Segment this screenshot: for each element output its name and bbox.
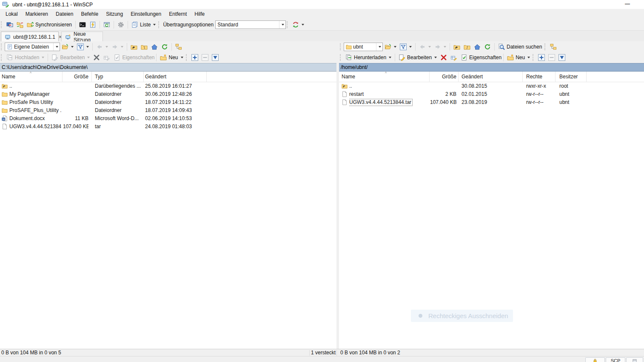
column-header-modified[interactable]: Geändert <box>462 72 483 82</box>
remote-root-directory-button[interactable]: / <box>462 43 472 51</box>
session-tab[interactable]: ubnt@192.168.1.1 × <box>1 32 59 42</box>
chevron-down-icon[interactable] <box>376 43 382 51</box>
local-drive-combobox[interactable]: Eigene Dateien <box>5 43 60 51</box>
table-row[interactable]: UGW3.v4.4.44.521384... 107.040 KB tar 24… <box>0 123 336 131</box>
table-row[interactable]: .. 30.08.2015 rwxr-xr-x root <box>339 82 644 90</box>
remote-forward-button[interactable] <box>433 43 448 51</box>
menu-einstellungen[interactable]: Einstellungen <box>127 9 165 19</box>
chevron-down-icon[interactable] <box>279 21 285 29</box>
local-new-button[interactable]: Neu <box>158 53 185 62</box>
local-select-button[interactable] <box>190 53 200 62</box>
table-row[interactable]: My PageManager Dateiordner 30.06.2019 12… <box>0 90 336 98</box>
remote-path-bar[interactable]: /home/ubnt/ <box>339 63 644 72</box>
menu-lokal[interactable]: Lokal <box>2 9 22 19</box>
remote-filter-button[interactable] <box>398 43 413 51</box>
local-properties-button[interactable] <box>112 53 122 62</box>
download-button[interactable]: Herunterladen <box>344 53 393 62</box>
remote-rename-button[interactable] <box>449 53 459 62</box>
remote-open-directory-button[interactable] <box>383 43 398 51</box>
column-header-owner[interactable]: Besitzer <box>559 72 578 82</box>
column-header-rights[interactable]: Rechte <box>526 72 542 82</box>
local-home-button[interactable] <box>149 43 160 51</box>
menu-sitzung[interactable]: Sitzung <box>102 9 127 19</box>
local-parent-directory-button[interactable] <box>129 43 139 51</box>
column-header-name[interactable]: Name <box>2 72 15 82</box>
list-style-button[interactable]: Liste <box>130 20 157 29</box>
local-forward-button[interactable] <box>110 43 125 51</box>
local-file-list[interactable]: .. Darüberliegendes ... 25.08.2019 16:01… <box>0 82 336 349</box>
chevron-down-icon[interactable] <box>53 43 60 51</box>
local-delete-button[interactable] <box>91 53 102 62</box>
snip-tooltip-overlay: Rechteckiges Ausschneiden <box>411 310 513 322</box>
local-filter-button[interactable] <box>75 43 91 51</box>
remote-new-button[interactable]: Neu <box>505 53 532 62</box>
parent-dir-icon <box>453 43 460 50</box>
menu-entfernt[interactable]: Entfernt <box>165 9 191 19</box>
synchronize-button[interactable]: Synchronisieren <box>25 20 74 29</box>
local-back-button[interactable] <box>94 43 110 51</box>
toolbar-separator <box>114 21 114 29</box>
remote-selection-filter-button[interactable] <box>557 53 567 62</box>
menu-markieren[interactable]: Markieren <box>22 9 52 19</box>
folder-icon <box>346 44 352 50</box>
remote-select-button[interactable] <box>536 53 547 62</box>
table-row[interactable]: W Dokument.docx 11 KB Microsoft Word-D..… <box>0 115 336 123</box>
documents-icon <box>7 44 13 50</box>
column-header-type[interactable]: Typ <box>95 72 103 82</box>
local-unselect-button[interactable] <box>200 53 210 62</box>
open-console-button[interactable] <box>77 20 88 29</box>
local-path-bar[interactable]: C:\Users\drach\OneDrive\Dokumente\ <box>0 63 336 72</box>
toolbar-separator <box>395 54 395 61</box>
column-header-modified[interactable]: Geändert <box>145 72 166 82</box>
remote-properties-button[interactable] <box>459 53 469 62</box>
chevron-down-icon <box>121 46 123 48</box>
new-session-tab[interactable]: Neue Sitzung <box>61 32 103 42</box>
table-row[interactable]: ProSAFE_Plus_Utility ... Dateiordner 18.… <box>0 106 336 115</box>
folder-icon <box>2 99 8 105</box>
column-header-name[interactable]: Name <box>342 72 355 82</box>
minimize-icon[interactable]: — <box>621 0 634 9</box>
upload-button[interactable]: Hochladen <box>5 53 46 62</box>
local-tree-button[interactable] <box>174 43 184 51</box>
local-new-label: Neu <box>168 55 178 60</box>
table-row[interactable]: ProSafe Plus Utility Dateiordner 18.07.2… <box>0 98 336 106</box>
refresh-session-button[interactable] <box>102 20 112 29</box>
custom-command-button[interactable] <box>88 20 98 29</box>
remote-refresh-button[interactable] <box>482 43 493 51</box>
rename-icon <box>450 54 457 61</box>
root-dir-icon: / <box>464 43 470 50</box>
local-edit-button[interactable]: Bearbeiten <box>50 53 91 62</box>
menu-hilfe[interactable]: Hilfe <box>191 9 208 19</box>
remote-home-button[interactable] <box>472 43 482 51</box>
transfer-settings-button[interactable] <box>291 20 306 29</box>
remote-drive-combobox[interactable]: ubnt <box>344 43 383 51</box>
menu-dateien[interactable]: Dateien <box>52 9 77 19</box>
remote-parent-directory-button[interactable] <box>452 43 462 51</box>
sync-folders-button[interactable] <box>15 20 25 29</box>
remote-tree-button[interactable] <box>548 43 559 51</box>
remote-back-button[interactable] <box>417 43 433 51</box>
transfer-preset-combobox[interactable]: Standard <box>215 20 286 29</box>
local-properties-label[interactable]: Eigenschaften <box>122 55 154 60</box>
column-header-size[interactable]: Größe <box>63 72 88 82</box>
local-selection-filter-button[interactable] <box>210 53 220 62</box>
local-root-directory-button[interactable]: \ <box>139 43 149 51</box>
remote-edit-button[interactable]: Bearbeiten <box>397 53 439 62</box>
local-rename-button[interactable] <box>102 53 112 62</box>
local-open-directory-button[interactable] <box>60 43 75 51</box>
local-refresh-button[interactable] <box>160 43 170 51</box>
find-files-button[interactable]: Dateien suchen <box>496 43 544 51</box>
preferences-button[interactable] <box>116 20 126 29</box>
menu-befehle[interactable]: Befehle <box>77 9 102 19</box>
new-session-icon <box>65 34 71 40</box>
table-row-focused[interactable]: UGW3.v4.4.44.5213844.tar 107.040 KB 23.0… <box>339 98 644 106</box>
remote-delete-button[interactable] <box>439 53 449 62</box>
file-modified: 23.08.2019 <box>462 98 521 106</box>
column-header-size[interactable]: Größe <box>430 72 456 82</box>
remote-unselect-button[interactable] <box>547 53 557 62</box>
table-row[interactable]: restart 2 KB 02.01.2015 rw-r--r-- ubnt <box>339 90 644 98</box>
remote-file-list[interactable]: .. 30.08.2015 rwxr-xr-x root restart 2 K… <box>339 82 644 349</box>
table-row[interactable]: .. Darüberliegendes ... 25.08.2019 16:01… <box>0 82 336 90</box>
sync-browsing-button[interactable] <box>5 20 15 29</box>
remote-properties-label[interactable]: Eigenschaften <box>469 55 502 60</box>
